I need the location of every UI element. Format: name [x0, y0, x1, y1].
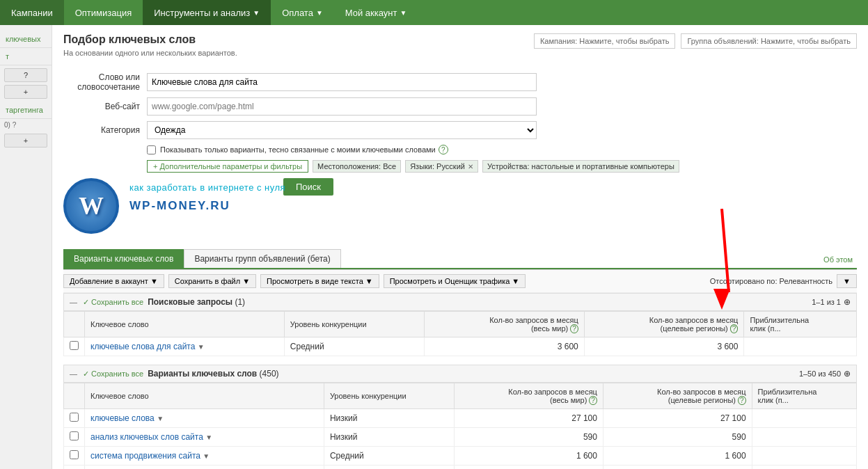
checkbox-label: Показывать только варианты, тесно связан… [160, 145, 436, 154]
th-keyword: Ключевое слово [85, 312, 285, 337]
keyword-link[interactable]: ключевые слова ▼ [85, 409, 324, 428]
th-checkbox [64, 312, 85, 337]
vth-checkbox [64, 383, 85, 409]
th-approx-cpc: Приблизительнаклик (п... [744, 312, 857, 337]
pagination-nav-icon2[interactable]: ⊕ [844, 369, 851, 379]
campaign-selector[interactable]: Кампания: Нажмите, чтобы выбрать [534, 33, 676, 49]
page-subtitle: На основании одного или нескольких вариа… [63, 49, 237, 57]
chevron-down-icon: ▼ [316, 9, 323, 17]
category-label: Категория [63, 125, 147, 135]
adgroup-selector[interactable]: Группа объявлений: Нажмите, чтобы выбрат… [681, 33, 857, 49]
nav-campaigns[interactable]: Кампании [0, 0, 64, 25]
nav-tools[interactable]: Инструменты и анализ ▼ [143, 0, 271, 25]
local-monthly-cell: 27 100 [603, 409, 752, 428]
page-title: Подбор ключевых слов [63, 33, 237, 46]
sidebar-btn-add2[interactable]: + [4, 134, 47, 148]
local-monthly-cell: 1 600 [603, 447, 752, 466]
row-checkbox[interactable] [70, 341, 79, 350]
view-text-button[interactable]: Просмотреть в виде текста ▼ [260, 274, 379, 288]
table-row: оптимизация сайта ключевые слова ▼ Средн… [64, 466, 857, 470]
keyword-link[interactable]: анализ ключевых слов сайта ▼ [85, 428, 324, 447]
competition-cell: Низкий [324, 409, 454, 428]
search-queries-header: — Сохранить все Поисковые запросы (1) 1–… [63, 293, 857, 311]
watermark-tagline: как заработать в интернете с нуля [129, 182, 285, 193]
sidebar-btn-add[interactable]: + [4, 85, 47, 99]
filters-bar: + Дополнительные параметры и фильтры Мес… [147, 160, 857, 173]
keyword-variants-section: — Сохранить все Варианты ключевых слов (… [63, 365, 857, 469]
row-checkbox[interactable] [70, 413, 79, 422]
approx-cpc-cell [744, 337, 857, 356]
local-monthly-cell: 3 600 [584, 337, 744, 356]
word-input[interactable] [147, 73, 537, 91]
tabs-bar: Варианты ключевых слов Варианты групп об… [63, 249, 857, 269]
search-queries-header-row: Ключевое слово Уровень конкуренции Кол-в… [64, 312, 857, 337]
sidebar-item-targeting[interactable]: таргетинга [0, 102, 52, 119]
add-account-button[interactable]: Добавление в аккаунт ▼ [63, 274, 164, 288]
row-checkbox[interactable] [70, 431, 79, 440]
vth-global-monthly: Кол-во запросов в месяц(весь мир) ? [455, 383, 603, 409]
word-row: Слово илисловосочетание [63, 72, 857, 92]
tab-keyword-variants[interactable]: Варианты ключевых слов [63, 249, 184, 268]
language-filter-close[interactable]: ✕ [468, 163, 473, 170]
keyword-link[interactable]: ключевые слова для сайта ▼ [85, 337, 285, 356]
nav-account[interactable]: Мой аккаунт ▼ [334, 0, 418, 25]
th-competition: Уровень конкуренции [284, 312, 424, 337]
campaign-selectors: Кампания: Нажмите, чтобы выбрать Группа … [534, 33, 857, 49]
expand-filters-button[interactable]: + Дополнительные параметры и фильтры [147, 160, 308, 173]
competition-cell: Средний [284, 337, 424, 356]
chevron-down-icon: ▼ [150, 277, 158, 285]
sidebar-btn-help[interactable]: ? [4, 68, 47, 82]
table-row: ключевые слова ▼ Низкий 27 100 27 100 [64, 409, 857, 428]
vth-keyword: Ключевое слово [85, 383, 324, 409]
chevron-down-icon: ▼ [365, 277, 373, 285]
collapse-variants-button[interactable]: — [70, 369, 77, 378]
chevron-down-icon: ▼ [242, 277, 250, 285]
language-filter-tag: Языки: Русский ✕ [405, 160, 478, 173]
search-queries-section: — Сохранить все Поисковые запросы (1) 1–… [63, 293, 857, 356]
page-header: Подбор ключевых слов На основании одного… [63, 33, 857, 67]
save-file-button[interactable]: Сохранить в файл ▼ [168, 274, 256, 288]
related-only-checkbox[interactable] [147, 145, 156, 154]
approx-cpc-cell [752, 466, 856, 470]
variants-save-all[interactable]: Сохранить все [83, 369, 143, 379]
table-row: система продвижения сайта ▼ Средний 1 60… [64, 447, 857, 466]
nav-optimization[interactable]: Оптимизация [64, 0, 143, 25]
table-row: анализ ключевых слов сайта ▼ Низкий 590 … [64, 428, 857, 447]
sidebar-count: 0) ? [0, 119, 52, 131]
vth-local-monthly: Кол-во запросов в месяц(целевые регионы)… [603, 383, 752, 409]
category-select[interactable]: Одежда [147, 121, 537, 139]
sort-button[interactable]: ▼ [837, 274, 857, 288]
sidebar-item-keywords[interactable]: ключевых [0, 31, 52, 48]
sidebar-item-t[interactable]: т [0, 48, 52, 65]
keyword-variants-header: — Сохранить все Варианты ключевых слов (… [63, 365, 857, 383]
tab-adgroup-variants[interactable]: Варианты групп объявлений (бета) [184, 249, 340, 268]
table-row: ключевые слова для сайта ▼ Средний 3 600… [64, 337, 857, 356]
search-button[interactable]: Поиск [283, 178, 333, 196]
keyword-link[interactable]: оптимизация сайта ключевые слова ▼ [85, 466, 324, 470]
competition-cell: Низкий [324, 428, 454, 447]
competition-cell: Средний [324, 447, 454, 466]
variants-pagination: 1–50 из 450 [799, 369, 841, 378]
sidebar: ключевых т ? + таргетинга 0) ? + [0, 25, 52, 469]
about-link[interactable]: Об этом [819, 251, 857, 268]
pagination-nav-icon[interactable]: ⊕ [844, 297, 851, 307]
website-input[interactable] [147, 97, 537, 116]
search-pagination: 1–1 из 1 [812, 298, 841, 306]
approx-cpc-cell [752, 428, 856, 447]
sort-label: Отсортировано по: Релевантность [710, 277, 833, 285]
approx-cpc-cell [752, 447, 856, 466]
watermark-url: WP-MONEY.RU [129, 199, 230, 213]
local-monthly-cell: 320 [603, 466, 752, 470]
word-label: Слово илисловосочетание [63, 72, 147, 92]
collapse-search-button[interactable]: — [70, 298, 77, 306]
view-traffic-button[interactable]: Просмотреть и Оценщик трафика ▼ [384, 274, 526, 288]
nav-payment[interactable]: Оплата ▼ [271, 0, 334, 25]
approx-cpc-cell [752, 409, 856, 428]
wp-logo: W [63, 178, 119, 234]
top-navigation: Кампании Оптимизация Инструменты и анали… [0, 0, 868, 25]
keyword-link[interactable]: система продвижения сайта ▼ [85, 447, 324, 466]
row-checkbox[interactable] [70, 450, 79, 459]
vth-approx-cpc: Приблизительнаклик (п... [752, 383, 856, 409]
search-save-all[interactable]: Сохранить все [83, 298, 143, 307]
help-icon[interactable]: ? [439, 145, 448, 154]
